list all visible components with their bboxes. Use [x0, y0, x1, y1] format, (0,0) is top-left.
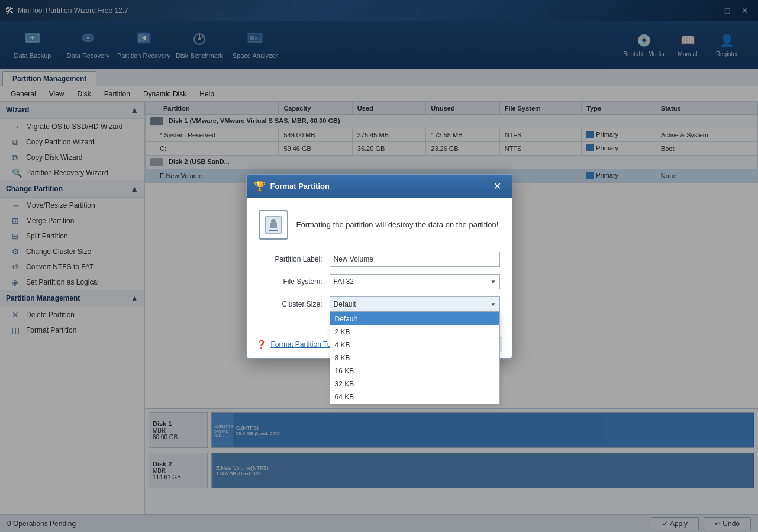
file-system-row: File System: FAT32 NTFS exFAT ▼: [259, 274, 500, 289]
warning-row: Formating the partition will destroy the…: [259, 210, 500, 240]
format-partition-modal: 🏆 Format Partition ✕ Formating the parti…: [246, 174, 512, 359]
cluster-size-select[interactable]: Default: [330, 296, 500, 312]
partition-label-row: Partition Label:: [259, 252, 500, 267]
svg-point-19: [271, 219, 276, 224]
modal-title: Format Partition: [270, 182, 330, 191]
modal-close-button[interactable]: ✕: [491, 179, 505, 194]
cluster-option-8kb[interactable]: 8 KB: [330, 352, 499, 365]
modal-body: Formating the partition will destroy the…: [247, 198, 512, 331]
cluster-option-default[interactable]: Default: [330, 312, 499, 325]
partition-label-label: Partition Label:: [259, 255, 330, 263]
cluster-size-select-wrap: Default ▼ Default 2 KB 4 KB 8 KB 16 KB 3…: [330, 296, 500, 312]
help-icon: ❓: [256, 340, 266, 349]
file-system-select-wrap: FAT32 NTFS exFAT ▼: [330, 274, 500, 289]
cluster-option-32kb[interactable]: 32 KB: [330, 378, 499, 391]
warning-icon-box: [259, 210, 288, 240]
warning-text: Formating the partition will destroy the…: [296, 219, 499, 231]
svg-rect-20: [269, 230, 278, 231]
cluster-size-dropdown: Default 2 KB 4 KB 8 KB 16 KB 32 KB 64 KB: [330, 312, 500, 404]
cluster-size-label: Cluster Size:: [259, 300, 330, 308]
partition-label-input[interactable]: [330, 252, 500, 267]
modal-overlay: 🏆 Format Partition ✕ Formating the parti…: [0, 0, 758, 532]
file-system-label: File System:: [259, 278, 330, 286]
modal-header: 🏆 Format Partition ✕: [247, 175, 512, 198]
cluster-option-16kb[interactable]: 16 KB: [330, 365, 499, 378]
cluster-option-4kb[interactable]: 4 KB: [330, 338, 499, 352]
cluster-size-row: Cluster Size: Default ▼ Default 2 KB 4 K…: [259, 296, 500, 312]
cluster-option-2kb[interactable]: 2 KB: [330, 325, 499, 338]
file-system-select[interactable]: FAT32 NTFS exFAT: [330, 274, 500, 289]
cluster-option-64kb[interactable]: 64 KB: [330, 391, 499, 404]
modal-title-icon: 🏆: [254, 180, 266, 192]
